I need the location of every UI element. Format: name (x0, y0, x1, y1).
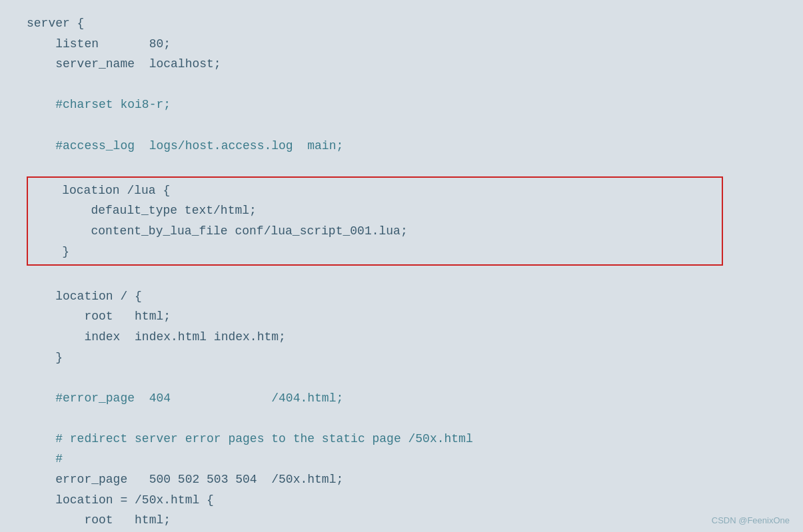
code-line: server { (27, 13, 776, 34)
code-line: } (27, 348, 776, 368)
code-line: root html; (27, 306, 776, 327)
code-line: location / { (27, 286, 776, 307)
code-line: location = /50x.html { (27, 490, 776, 511)
code-line (27, 115, 776, 136)
watermark: CSDN @FeenixOne (712, 515, 790, 525)
code-line-comment: # redirect server error pages to the sta… (27, 429, 776, 449)
code-line: error_page 500 502 503 504 /50x.html; (27, 469, 776, 490)
highlighted-code-block: location /lua { default_type text/html; … (27, 176, 723, 266)
code-line: root html; (27, 510, 776, 531)
code-line-comment: #charset koi8-r; (27, 95, 776, 115)
code-line-default-type: default_type text/html; (28, 200, 722, 221)
code-line-comment: #access_log logs/host.access.log main; (27, 136, 776, 156)
code-line (27, 408, 776, 429)
code-line-close-brace: } (28, 242, 722, 262)
code-line-lua-location: location /lua { (28, 180, 722, 201)
code-line (27, 266, 776, 286)
code-line: index index.html index.htm; (27, 327, 776, 348)
code-line (27, 368, 776, 388)
code-line: server_name localhost; (27, 54, 776, 75)
code-line: listen 80; (27, 34, 776, 55)
code-line-comment: # (27, 449, 776, 469)
code-line (27, 75, 776, 95)
code-line (27, 156, 776, 176)
code-line-content-by-lua: content_by_lua_file conf/lua_script_001.… (28, 221, 722, 242)
code-block: server { listen 80; server_name localhos… (0, 0, 803, 532)
code-line-comment: #error_page 404 /404.html; (27, 388, 776, 409)
